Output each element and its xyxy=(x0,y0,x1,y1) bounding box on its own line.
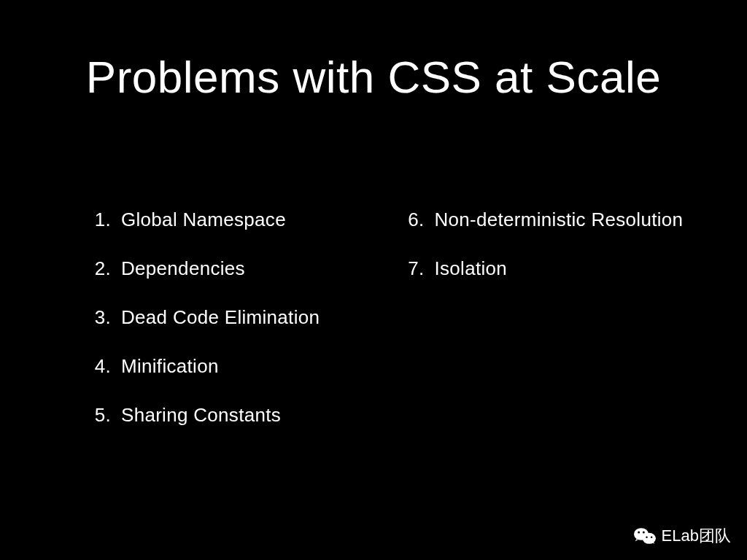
item-text: Global Namespace xyxy=(121,209,286,231)
svg-point-2 xyxy=(638,532,640,534)
presentation-slide: Problems with CSS at Scale 1. Global Nam… xyxy=(0,0,747,560)
item-text: Isolation xyxy=(435,257,508,280)
item-text: Minification xyxy=(121,355,219,378)
item-number: 6. xyxy=(401,209,425,231)
item-text: Dead Code Elimination xyxy=(121,306,320,329)
list-item: 1. Global Namespace xyxy=(88,209,372,231)
list-item: 2. Dependencies xyxy=(88,257,372,280)
svg-point-4 xyxy=(646,536,648,538)
slide-title: Problems with CSS at Scale xyxy=(62,51,685,103)
list-item: 5. Sharing Constants xyxy=(88,404,372,427)
item-number: 7. xyxy=(401,257,425,280)
list-item: 6. Non-deterministic Resolution xyxy=(401,209,686,231)
right-column: 6. Non-deterministic Resolution 7. Isola… xyxy=(401,209,686,453)
content-columns: 1. Global Namespace 2. Dependencies 3. D… xyxy=(62,209,685,453)
watermark: ELab团队 xyxy=(634,525,731,547)
item-text: Non-deterministic Resolution xyxy=(435,209,684,231)
left-column: 1. Global Namespace 2. Dependencies 3. D… xyxy=(88,209,372,453)
list-item: 4. Minification xyxy=(88,355,372,378)
item-number: 5. xyxy=(88,404,111,427)
list-item: 3. Dead Code Elimination xyxy=(88,306,372,329)
svg-point-1 xyxy=(642,533,655,544)
svg-point-3 xyxy=(642,532,644,534)
item-number: 1. xyxy=(88,209,111,231)
item-number: 4. xyxy=(88,355,111,378)
item-number: 2. xyxy=(88,257,111,280)
watermark-label: ELab团队 xyxy=(662,525,731,547)
wechat-icon xyxy=(634,526,656,545)
svg-point-5 xyxy=(651,536,653,538)
item-text: Sharing Constants xyxy=(121,404,281,427)
item-number: 3. xyxy=(88,306,111,329)
list-item: 7. Isolation xyxy=(401,257,686,280)
item-text: Dependencies xyxy=(121,257,245,280)
